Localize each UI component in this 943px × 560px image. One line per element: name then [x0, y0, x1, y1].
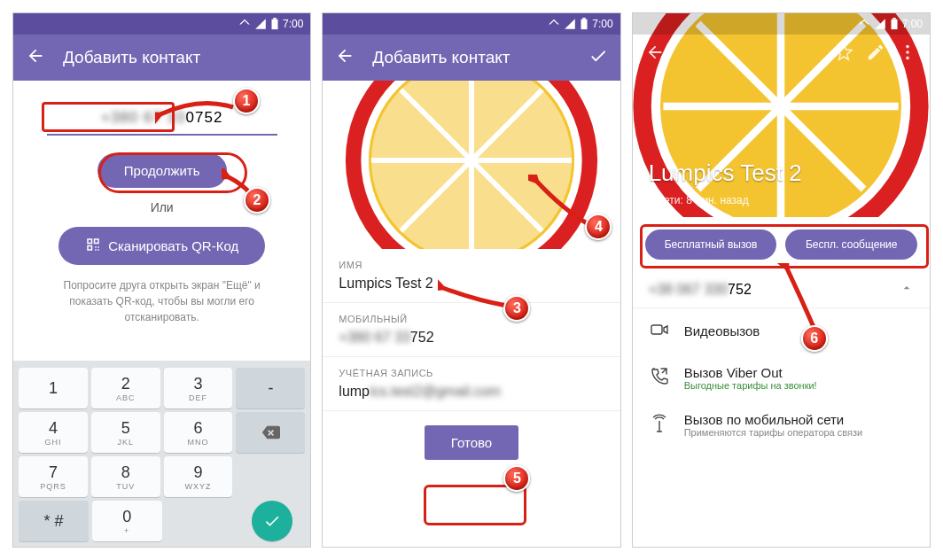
- key-5[interactable]: 5JKL: [91, 412, 160, 453]
- phone-number-text: +38 067 330752: [649, 282, 752, 298]
- svg-rect-2: [581, 19, 588, 29]
- more-icon[interactable]: [898, 43, 917, 66]
- screenshot-contact-profile: 7:00 Lumpics Test 2 В сети: 8 мин. назад…: [632, 12, 931, 548]
- chevron-up-icon: [900, 281, 914, 299]
- signal-icon: [564, 18, 576, 30]
- qr-icon: [85, 237, 101, 255]
- svg-rect-1: [273, 18, 277, 19]
- account-field[interactable]: УЧЁТНАЯ ЗАПИСЬ lumpics.test2@gmail.com: [323, 357, 620, 411]
- viber-out-option[interactable]: Вызов Viber Out Выгодные тарифы на звонк…: [633, 354, 930, 401]
- star-icon[interactable]: [834, 43, 853, 66]
- svg-point-18: [906, 45, 909, 49]
- account-label: УЧЁТНАЯ ЗАПИСЬ: [339, 368, 604, 378]
- battery-icon: [580, 18, 588, 30]
- back-icon[interactable]: [26, 46, 45, 70]
- svg-rect-16: [891, 19, 897, 29]
- annotation-marker-2: 2: [244, 187, 270, 214]
- key-4[interactable]: 4GHI: [19, 412, 88, 453]
- account-value: lumpics.test2@gmail.com: [339, 378, 604, 403]
- screenshot-add-contact-phone: 7:00 Добавить контакт +380 67 330752 Про…: [12, 12, 311, 548]
- header-title: Добавить контакт: [372, 48, 510, 67]
- profile-name: Lumpics Test 2: [649, 159, 802, 187]
- status-bar: 7:00: [633, 13, 930, 35]
- svg-rect-32: [651, 325, 662, 334]
- cellular-call-option[interactable]: Вызов по мобильной сети Применяются тари…: [633, 401, 930, 448]
- free-call-button[interactable]: Бесплатный вызов: [645, 229, 777, 260]
- helper-text: Попросите друга открыть экран "Ещё" и по…: [38, 265, 285, 325]
- screenshot-contact-form: 7:00 Добавить контакт ИМЯ Lumpics Test 2…: [322, 12, 620, 548]
- signal-icon: [254, 18, 267, 30]
- key-3[interactable]: 3DEF: [164, 368, 233, 408]
- svg-rect-3: [583, 18, 587, 19]
- battery-icon: [890, 18, 899, 30]
- wifi-icon: [238, 18, 251, 30]
- wifi-icon: [858, 18, 870, 30]
- status-time: 7:00: [592, 18, 612, 30]
- key-symbols[interactable]: * #: [19, 501, 89, 541]
- name-label: ИМЯ: [339, 260, 604, 270]
- status-time: 7:00: [902, 18, 923, 30]
- status-time: 7:00: [283, 18, 303, 30]
- key-9[interactable]: 9WXYZ: [164, 456, 233, 497]
- cell-tower-icon: [649, 413, 670, 438]
- svg-point-20: [906, 57, 909, 60]
- phone-out-icon: [649, 366, 670, 391]
- mobile-label: МОБИЛЬНЫЙ: [339, 314, 604, 324]
- edit-icon[interactable]: [866, 43, 885, 66]
- mobile-field[interactable]: МОБИЛЬНЫЙ +380 67 33752: [323, 303, 620, 357]
- video-call-option[interactable]: Видеовызов: [633, 308, 930, 354]
- header-title: Добавить контакт: [63, 48, 200, 67]
- name-value: Lumpics Test 2: [339, 270, 604, 295]
- key-7[interactable]: 7PQRS: [19, 456, 88, 497]
- signal-icon: [874, 18, 886, 30]
- key-6[interactable]: 6MNO: [164, 412, 233, 453]
- key-blank: [166, 501, 236, 541]
- wifi-icon: [548, 18, 560, 30]
- battery-icon: [270, 18, 279, 30]
- app-header: Добавить контакт: [323, 35, 620, 81]
- key-2[interactable]: 2ABC: [91, 368, 160, 408]
- numeric-keypad: 1 2ABC 3DEF - 4GHI 5JKL 6MNO 7PQRS 8TUV …: [13, 361, 310, 547]
- key-1[interactable]: 1: [19, 368, 88, 408]
- scan-qr-button[interactable]: Сканировать QR-Код: [58, 227, 265, 265]
- action-buttons-row: Бесплатный вызов Беспл. сообщение: [633, 217, 930, 272]
- annotation-marker-6: 6: [801, 325, 828, 352]
- annotation-marker-1: 1: [233, 88, 260, 114]
- key-8[interactable]: 8TUV: [91, 456, 160, 497]
- contact-avatar: [323, 81, 620, 249]
- video-icon: [649, 319, 670, 344]
- key-empty: [236, 456, 305, 497]
- key-backspace[interactable]: [236, 412, 305, 453]
- mobile-value: +380 67 33752: [339, 324, 604, 349]
- annotation-marker-5: 5: [503, 465, 530, 492]
- svg-rect-0: [271, 19, 277, 29]
- key-0[interactable]: 0+: [92, 501, 162, 541]
- app-header: Добавить контакт: [13, 35, 310, 81]
- profile-header-actions: [633, 33, 930, 75]
- profile-status: В сети: 8 мин. назад: [649, 194, 749, 206]
- status-bar: 7:00: [13, 13, 310, 35]
- continue-button[interactable]: Продолжить: [97, 153, 227, 188]
- free-message-button[interactable]: Беспл. сообщение: [785, 229, 917, 260]
- done-button[interactable]: Готово: [425, 425, 518, 460]
- back-icon[interactable]: [645, 43, 665, 66]
- svg-point-19: [906, 51, 909, 54]
- back-icon[interactable]: [335, 46, 355, 70]
- name-field[interactable]: ИМЯ Lumpics Test 2: [323, 249, 620, 303]
- phone-number-row[interactable]: +38 067 330752: [633, 272, 930, 308]
- key-dash[interactable]: -: [236, 368, 305, 408]
- svg-rect-17: [892, 18, 896, 19]
- confirm-icon[interactable]: [588, 46, 608, 70]
- key-confirm[interactable]: [252, 501, 292, 541]
- status-bar: 7:00: [323, 13, 620, 35]
